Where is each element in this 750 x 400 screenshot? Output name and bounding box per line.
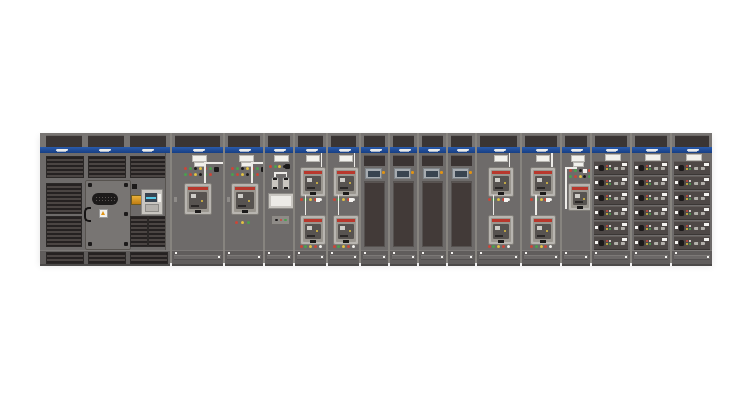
unit-tag-label (675, 181, 678, 184)
switchgear-bay-feeder-single (560, 133, 590, 263)
plinth-fixing-dot (451, 252, 453, 254)
pilot-light-cluster (686, 210, 692, 217)
drive-door-panel (422, 181, 443, 247)
breaker-rating-label (572, 187, 588, 190)
indicator-light-red (189, 173, 192, 176)
meter-keypad (145, 204, 159, 212)
grille-holes (95, 196, 115, 202)
switchgear-bay-feeder-stack-d (520, 133, 560, 263)
plinth-fixing-dot (228, 252, 230, 254)
upper-vent (130, 156, 168, 178)
mimic-bus-line (565, 167, 577, 169)
drawer-handle (694, 197, 705, 200)
indicator-light-green (256, 167, 259, 170)
plinth-trim-line (479, 255, 518, 260)
pilot-light-cluster (646, 225, 652, 232)
pilot-light-cluster (606, 165, 612, 172)
breaker-rating-label (235, 187, 255, 190)
roof-vent-panel (635, 135, 667, 147)
breaker-faceplate (493, 224, 509, 239)
hinge-mark (174, 197, 177, 202)
pilot-light-yellow (606, 213, 608, 215)
roof-vent-panel (175, 135, 220, 147)
relay-subpanel (271, 215, 290, 225)
drawout-circuit-breaker (530, 215, 556, 245)
indicator-light-red (231, 167, 234, 170)
breaker-faceplate (305, 176, 321, 191)
drawer-handle (694, 167, 705, 170)
drawer-handle (694, 242, 705, 245)
pilot-light-green (689, 168, 691, 170)
mimic-bus-line (204, 162, 225, 164)
pilot-light-red (686, 165, 688, 167)
handle-grip (698, 227, 701, 230)
plinth-trim-line (297, 255, 324, 260)
logo-underline (371, 151, 380, 152)
pilot-lamp (411, 171, 414, 174)
indicator-light-red (235, 221, 238, 224)
unit-nameplate (662, 178, 667, 181)
plinth-fixing-dot (268, 252, 270, 254)
door-screw (124, 183, 128, 187)
breaker-charge-handle (340, 235, 348, 237)
drawout-circuit-breaker (568, 183, 592, 211)
breaker-rating-label (304, 219, 322, 222)
drawer-handle (614, 182, 625, 185)
breaker-faceplate (535, 176, 551, 191)
mcc-drawer-unit (674, 206, 710, 220)
indicator-light-red (280, 219, 283, 222)
pilot-light-green (649, 198, 651, 200)
unit-tag-label (595, 196, 598, 199)
breaker-faceplate (338, 224, 354, 239)
pilot-light-yellow (686, 183, 688, 185)
plinth-fixing-dot (525, 252, 527, 254)
bay-plinth (672, 250, 712, 266)
indicator-light-green (184, 173, 187, 176)
drawer-handle (654, 182, 665, 185)
breaker-operator-knob (639, 195, 644, 201)
drive-door-panel (393, 181, 414, 247)
indicator-light-white (507, 245, 510, 248)
indicator-light-red (314, 245, 317, 248)
door-handle (84, 207, 91, 222)
pilot-light-white (689, 210, 691, 212)
mcc-drawer-unit (634, 176, 668, 190)
breaker-racking-port (310, 192, 316, 195)
indicator-light-yellow (199, 167, 202, 170)
indicator-light-red (184, 167, 187, 170)
mcc-drawer-unit (634, 221, 668, 235)
switchgear-bay-drive-bay-1 (359, 133, 388, 263)
pilot-light-cluster (606, 240, 612, 247)
indicator-light-green (337, 245, 340, 248)
unit-nameplate (662, 208, 667, 211)
pilot-light-green (609, 213, 611, 215)
unit-tag-label (635, 196, 638, 199)
mcc-drawer-unit (674, 221, 710, 235)
breaker-charge-handle (495, 187, 503, 189)
mimic-bus-line (551, 153, 553, 167)
breaker-racking-port (343, 192, 349, 195)
breaker-display (495, 178, 500, 182)
unit-nameplate (622, 193, 627, 196)
pilot-light-yellow (606, 198, 608, 200)
test-switch (349, 198, 353, 202)
switchgear-bay-drive-bay-2 (388, 133, 417, 263)
pilot-light-red (646, 180, 648, 182)
unit-nameplate (622, 223, 627, 226)
pilot-light-yellow (686, 228, 688, 230)
unit-tag-label (635, 241, 638, 244)
bay-body (295, 153, 326, 250)
brand-logo-wordmark (142, 149, 154, 152)
breaker-display (307, 178, 312, 182)
bay-body (448, 153, 475, 250)
handle-grip (618, 242, 621, 245)
nameplate-label (494, 155, 508, 162)
breaker-operator-knob (639, 210, 644, 216)
pilot-light-yellow (606, 183, 608, 185)
pilot-light-white (649, 225, 651, 227)
pilot-light-yellow (606, 243, 608, 245)
breaker-operator-knob (639, 225, 644, 231)
indicator-light-black (246, 173, 249, 176)
logo-underline (537, 151, 546, 152)
brand-logo-wordmark (274, 149, 286, 152)
